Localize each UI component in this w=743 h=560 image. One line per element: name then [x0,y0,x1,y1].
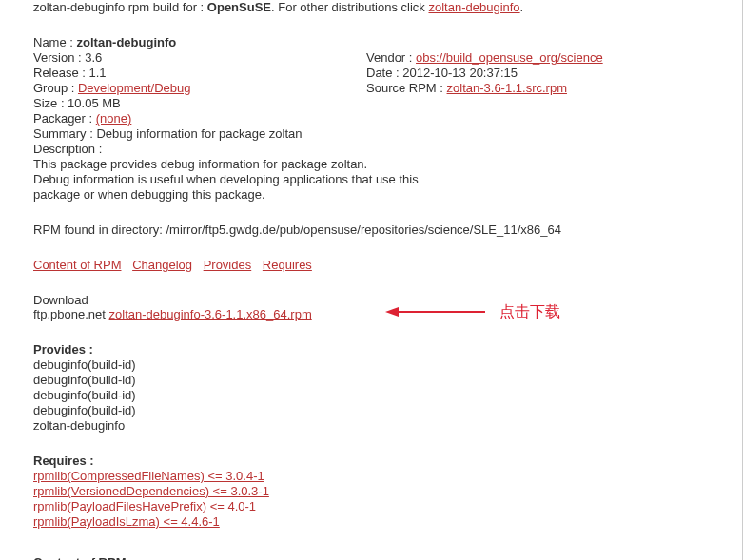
provides-item: debuginfo(build-id) [33,388,709,402]
version-label: Version : 3.6 [33,50,366,65]
group-label: Group : [33,81,78,95]
summary-label: Summary : Debug information for package … [33,126,709,141]
desc-line2: Debug information is useful when develop… [33,172,709,186]
provides-section: Provides : debuginfo(build-id) debuginfo… [33,342,709,433]
download-server: ftp.pbone.net [33,307,106,321]
requires-section: Requires : rpmlib(CompressedFileNames) <… [33,454,709,529]
group-link[interactable]: Development/Debug [78,81,191,95]
release-label: Release : 1.1 [33,66,366,80]
desc-line3: package or when debugging this package. [33,187,709,202]
requires-link[interactable]: Requires [263,258,312,272]
requires-item-link[interactable]: rpmlib(VersionedDependencies) <= 3.0.3-1 [33,484,269,498]
intro-prefix: zoltan-debuginfo rpm build for : [33,0,207,14]
download-file-link[interactable]: zoltan-debuginfo-3.6-1.1.x86_64.rpm [109,307,312,321]
content-of-rpm-link[interactable]: Content of RPM [33,258,122,272]
download-label: Download [33,293,709,307]
rpm-found-text: RPM found in directory: /mirror/ftp5.gwd… [33,222,709,237]
vendor-label: Vendor : [366,50,416,65]
package-details: Name : zoltan-debuginfo Version : 3.6 Ve… [33,35,709,202]
intro-middle: . For other distributions click [271,0,428,14]
source-link[interactable]: zoltan-3.6-1.1.src.rpm [447,81,567,95]
content-of-rpm-section: Content of RPM : /usr/lib/debug /usr/lib… [33,555,709,560]
requires-item-link[interactable]: rpmlib(PayloadFilesHavePrefix) <= 4.0-1 [33,499,256,513]
desc-line1: This package provides debug information … [33,157,709,171]
requires-item-link[interactable]: rpmlib(CompressedFileNames) <= 3.0.4-1 [33,469,264,483]
provides-item: debuginfo(build-id) [33,357,709,372]
requires-item-link[interactable]: rpmlib(PayloadIsLzma) <= 4.4.6-1 [33,514,220,529]
intro-suffix: . [520,0,524,14]
annotation-arrow: 点击下载 [385,300,560,323]
provides-item: debuginfo(build-id) [33,373,709,387]
provides-item: zoltan-debuginfo [33,418,709,433]
provides-header: Provides : [33,342,709,357]
provides-link[interactable]: Provides [204,258,252,272]
download-section: Download ftp.pbone.net zoltan-debuginfo-… [33,293,709,321]
arrow-icon [385,300,490,323]
content-rpm-header: Content of RPM : [33,555,709,560]
intro-text: zoltan-debuginfo rpm build for : OpenSuS… [33,0,709,14]
changelog-link[interactable]: Changelog [132,258,192,272]
description-label: Description : [33,142,709,156]
packager-label: Packager : [33,111,96,126]
vendor-link[interactable]: obs://build_opensuse_org/science [416,50,603,65]
intro-link[interactable]: zoltan-debuginfo [428,0,519,14]
date-label: Date : 2012-10-13 20:37:15 [366,66,709,80]
annotation-text: 点击下载 [499,302,560,322]
page-links: Content of RPM Changelog Provides Requir… [33,258,709,272]
name-label: Name : [33,35,77,49]
svg-marker-1 [385,307,399,317]
name-value: zoltan-debuginfo [77,35,177,49]
source-label: Source RPM : [366,81,447,95]
requires-header: Requires : [33,454,709,468]
packager-link[interactable]: (none) [96,111,132,126]
size-label: Size : 10.05 MB [33,96,709,110]
provides-item: debuginfo(build-id) [33,403,709,417]
intro-distro: OpenSuSE [207,0,271,14]
